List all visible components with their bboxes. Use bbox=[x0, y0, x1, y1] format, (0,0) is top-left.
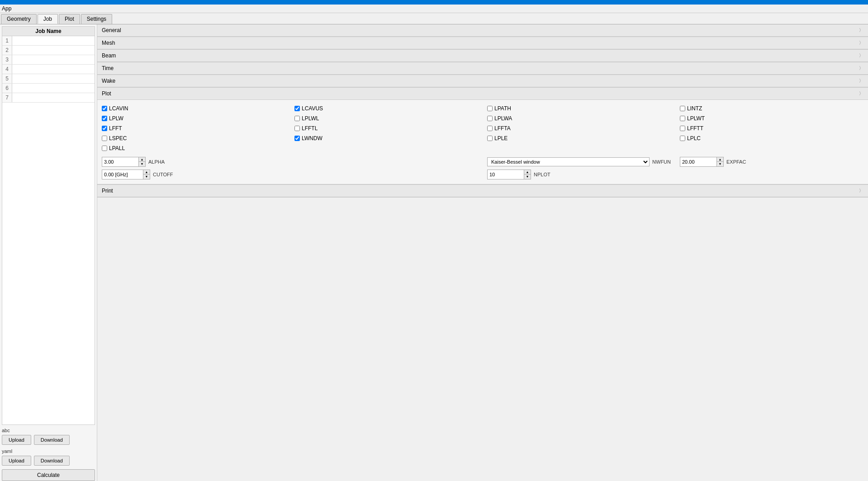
lffta-checkbox[interactable] bbox=[487, 126, 493, 131]
row-name[interactable] bbox=[12, 55, 95, 64]
alpha-spinner[interactable]: ▲ ▼ bbox=[102, 157, 146, 167]
nplot-spinner-btns: ▲ ▼ bbox=[524, 170, 531, 179]
lple-label: LPLE bbox=[494, 135, 508, 141]
lplw-label: LPLW bbox=[109, 115, 123, 122]
checkbox-lpath: LPATH bbox=[487, 104, 671, 113]
lwndw-checkbox[interactable] bbox=[294, 136, 300, 141]
row-name[interactable] bbox=[12, 65, 95, 74]
row-name[interactable] bbox=[12, 84, 95, 93]
right-panel: General 〉 Mesh 〉 Beam 〉 Time 〉 bbox=[97, 24, 868, 481]
general-section: General 〉 bbox=[97, 24, 868, 37]
lspec-label: LSPEC bbox=[109, 135, 127, 141]
cutoff-increment[interactable]: ▲ bbox=[143, 170, 150, 174]
lplwl-label: LPLWL bbox=[302, 115, 319, 122]
yaml-download-button[interactable]: Download bbox=[34, 456, 70, 466]
plot-label: Plot bbox=[102, 90, 111, 97]
abc-download-button[interactable]: Download bbox=[34, 435, 70, 445]
checkbox-lplwa: LPLWA bbox=[487, 114, 671, 123]
expfac-increment[interactable]: ▲ bbox=[717, 157, 723, 162]
lpall-checkbox[interactable] bbox=[102, 146, 107, 151]
time-section: Time 〉 bbox=[97, 62, 868, 75]
row-name[interactable] bbox=[12, 74, 95, 83]
alpha-increment[interactable]: ▲ bbox=[139, 157, 145, 162]
tab-bar: Geometry Job Plot Settings bbox=[0, 13, 868, 24]
left-panel: Job Name 1 2 3 4 5 6 bbox=[0, 24, 97, 481]
expfac-decrement[interactable]: ▼ bbox=[717, 162, 723, 166]
yaml-upload-button[interactable]: Upload bbox=[2, 456, 31, 466]
yaml-btn-row: Upload Download bbox=[2, 456, 95, 466]
plot-section: Plot 〉 LCAVIN LCAVUS bbox=[97, 88, 868, 184]
nplot-decrement[interactable]: ▼ bbox=[524, 174, 531, 179]
lcavin-checkbox[interactable] bbox=[102, 106, 107, 111]
lplwl-checkbox[interactable] bbox=[294, 116, 300, 121]
general-collapse-icon: 〉 bbox=[859, 27, 863, 33]
cutoff-input[interactable] bbox=[102, 171, 143, 178]
abc-btn-row: Upload Download bbox=[2, 435, 95, 445]
nwfun-select-input[interactable]: Kaiser-Bessel window Hanning Blackman No… bbox=[488, 158, 649, 166]
lintz-label: LINTZ bbox=[687, 105, 702, 112]
print-collapse-icon: 〉 bbox=[859, 188, 863, 194]
checkbox-lplwl: LPLWL bbox=[294, 114, 478, 123]
lpath-label: LPATH bbox=[494, 105, 511, 112]
mesh-label: Mesh bbox=[102, 40, 115, 46]
expfac-spinner-btns: ▲ ▼ bbox=[716, 157, 723, 166]
lfftt-checkbox[interactable] bbox=[680, 126, 685, 131]
plot-header[interactable]: Plot 〉 bbox=[97, 88, 868, 100]
checkbox-lspec: LSPEC bbox=[102, 134, 285, 142]
row-num: 3 bbox=[2, 55, 12, 64]
expfac-spinner[interactable]: ▲ ▼ bbox=[680, 157, 724, 167]
checkbox-lfftl: LFFTL bbox=[294, 124, 478, 132]
print-section: Print 〉 bbox=[97, 184, 868, 198]
nwfun-select[interactable]: Kaiser-Bessel window Hanning Blackman No… bbox=[487, 157, 650, 166]
nwfun-group: Kaiser-Bessel window Hanning Blackman No… bbox=[487, 157, 671, 166]
beam-header[interactable]: Beam 〉 bbox=[97, 50, 868, 62]
lspec-checkbox[interactable] bbox=[102, 136, 107, 141]
lfftl-label: LFFTL bbox=[302, 125, 318, 132]
nplot-increment[interactable]: ▲ bbox=[524, 170, 531, 174]
alpha-decrement[interactable]: ▼ bbox=[139, 162, 145, 166]
nplot-input[interactable] bbox=[488, 171, 524, 178]
nwfun-label: NWFUN bbox=[652, 159, 671, 165]
row-name[interactable] bbox=[12, 36, 95, 45]
nplot-label: NPLOT bbox=[534, 172, 550, 177]
lcavus-checkbox[interactable] bbox=[294, 106, 300, 111]
lple-checkbox[interactable] bbox=[487, 136, 493, 141]
time-label: Time bbox=[102, 65, 114, 71]
cutoff-spinner[interactable]: ▲ ▼ bbox=[102, 170, 150, 179]
lplwa-checkbox[interactable] bbox=[487, 116, 493, 121]
yaml-label: yaml bbox=[2, 448, 95, 454]
mesh-header[interactable]: Mesh 〉 bbox=[97, 37, 868, 49]
wake-header[interactable]: Wake 〉 bbox=[97, 75, 868, 87]
table-row: 7 bbox=[2, 93, 95, 103]
lfft-checkbox[interactable] bbox=[102, 126, 107, 131]
lintz-checkbox[interactable] bbox=[680, 106, 685, 111]
lpath-checkbox[interactable] bbox=[487, 106, 493, 111]
cutoff-decrement[interactable]: ▼ bbox=[143, 174, 150, 179]
wake-section: Wake 〉 bbox=[97, 75, 868, 88]
lfftl-checkbox[interactable] bbox=[294, 126, 300, 131]
tab-settings[interactable]: Settings bbox=[81, 14, 112, 24]
lplwa-label: LPLWA bbox=[494, 115, 512, 122]
tab-plot[interactable]: Plot bbox=[59, 14, 80, 24]
row-num: 6 bbox=[2, 84, 12, 93]
lplc-checkbox[interactable] bbox=[680, 136, 685, 141]
tab-job[interactable]: Job bbox=[38, 14, 58, 24]
lplwt-checkbox[interactable] bbox=[680, 116, 685, 121]
wake-collapse-icon: 〉 bbox=[859, 78, 863, 84]
lpall-label: LPALL bbox=[109, 145, 125, 151]
print-header[interactable]: Print 〉 bbox=[97, 185, 868, 197]
row-name[interactable] bbox=[12, 93, 95, 102]
lplw-checkbox[interactable] bbox=[102, 116, 107, 121]
row-name[interactable] bbox=[12, 46, 95, 55]
alpha-input[interactable] bbox=[102, 158, 138, 165]
abc-upload-button[interactable]: Upload bbox=[2, 435, 31, 445]
plot-checkboxes-grid: LCAVIN LCAVUS LPATH LINTZ bbox=[102, 104, 863, 152]
time-header[interactable]: Time 〉 bbox=[97, 62, 868, 75]
expfac-input[interactable] bbox=[680, 158, 716, 165]
job-name-header: Job Name bbox=[2, 27, 95, 36]
nplot-spinner[interactable]: ▲ ▼ bbox=[487, 170, 531, 179]
tab-geometry[interactable]: Geometry bbox=[1, 14, 37, 24]
lwndw-label: LWNDW bbox=[302, 135, 323, 141]
general-header[interactable]: General 〉 bbox=[97, 24, 868, 37]
calculate-button[interactable]: Calculate bbox=[2, 469, 95, 481]
